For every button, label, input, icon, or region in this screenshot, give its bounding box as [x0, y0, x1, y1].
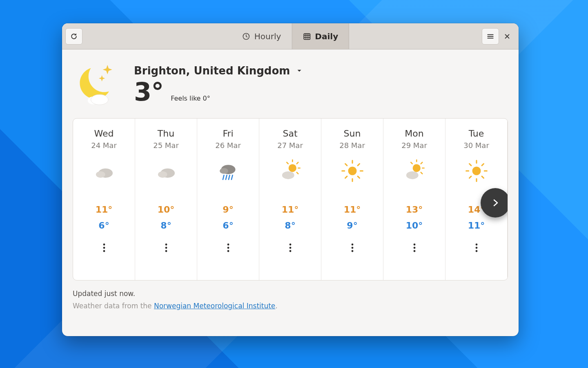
day-more-button[interactable] — [160, 242, 172, 254]
svg-point-45 — [351, 250, 353, 252]
data-attribution: Weather data from the Norwegian Meteorol… — [73, 302, 508, 310]
svg-line-61 — [469, 164, 471, 166]
svg-line-39 — [345, 164, 347, 166]
view-tabs: Hourly Daily — [232, 23, 349, 49]
location-selector[interactable]: Brighton, United Kingdom — [134, 65, 303, 77]
day-of-week: Tue — [469, 128, 484, 139]
current-condition-icon — [74, 61, 121, 108]
day-more-button[interactable] — [223, 242, 234, 254]
svg-point-52 — [406, 171, 418, 179]
svg-line-41 — [345, 176, 347, 178]
sunny-icon — [465, 159, 488, 182]
day-of-week: Fri — [223, 128, 233, 139]
day-date: 25 Mar — [153, 141, 179, 150]
tab-daily[interactable]: Daily — [292, 23, 349, 49]
day-more-button[interactable] — [285, 242, 296, 254]
svg-point-56 — [472, 167, 481, 175]
svg-point-31 — [289, 244, 291, 246]
close-icon — [503, 33, 511, 40]
low-temp: 6° — [98, 220, 109, 231]
current-conditions: Brighton, United Kingdom 3° Feels like 0… — [73, 49, 508, 118]
svg-point-23 — [227, 250, 229, 252]
menu-button[interactable] — [482, 28, 499, 45]
rain-icon — [217, 159, 240, 182]
svg-point-21 — [227, 244, 229, 246]
partly-sunny-icon — [403, 159, 426, 182]
svg-line-18 — [225, 175, 227, 180]
svg-point-67 — [475, 250, 477, 252]
weather-window: Hourly Daily — [62, 23, 519, 336]
svg-line-50 — [411, 162, 412, 164]
svg-line-49 — [421, 162, 422, 164]
day-more-button[interactable] — [471, 242, 482, 254]
forecast-day: Mon29 Mar13°10° — [383, 119, 445, 280]
svg-line-20 — [231, 175, 232, 180]
forecast-day: Wed24 Mar11°6° — [73, 119, 135, 280]
svg-line-19 — [228, 175, 229, 180]
low-temp: 8° — [160, 220, 171, 231]
cloudy-icon — [155, 159, 178, 182]
day-more-button[interactable] — [347, 242, 358, 254]
high-temp: 11° — [96, 204, 113, 215]
high-temp: 9° — [223, 204, 233, 215]
content-area: Brighton, United Kingdom 3° Feels like 0… — [62, 49, 519, 336]
low-temp: 8° — [285, 220, 295, 231]
attribution-prefix: Weather data from the — [73, 302, 154, 310]
svg-point-34 — [348, 167, 356, 175]
partly-sunny-icon — [279, 159, 302, 182]
svg-line-51 — [421, 173, 422, 174]
daily-forecast: Wed24 Mar11°6°Thu25 Mar10°8°Fri26 Mar9°6… — [73, 118, 508, 280]
day-of-week: Sun — [344, 128, 361, 139]
svg-line-28 — [287, 162, 288, 164]
forecast-day: Sat27 Mar11°8° — [259, 119, 321, 280]
low-temp: 11° — [468, 220, 485, 231]
close-button[interactable] — [499, 29, 515, 44]
svg-point-16 — [220, 168, 228, 174]
cloudy-icon — [93, 159, 116, 182]
day-date: 28 Mar — [339, 141, 365, 150]
scroll-right-button[interactable] — [481, 188, 508, 218]
svg-point-33 — [289, 250, 291, 252]
svg-line-63 — [469, 176, 471, 178]
day-of-week: Wed — [94, 128, 114, 139]
tab-hourly[interactable]: Hourly — [232, 23, 292, 49]
desktop-wallpaper: Hourly Daily — [0, 0, 588, 368]
chevron-right-icon — [490, 198, 500, 208]
day-of-week: Mon — [405, 128, 423, 139]
svg-point-11 — [158, 171, 167, 178]
svg-point-54 — [413, 247, 415, 249]
refresh-icon — [70, 32, 78, 40]
svg-line-64 — [482, 176, 483, 178]
day-date: 30 Mar — [463, 141, 489, 150]
svg-point-22 — [227, 247, 229, 249]
low-temp: 6° — [223, 220, 233, 231]
day-more-button[interactable] — [409, 242, 420, 254]
current-temperature: 3° — [134, 79, 163, 105]
location-name: Brighton, United Kingdom — [134, 65, 290, 77]
footer: Updated just now. Weather data from the … — [73, 280, 508, 310]
high-temp: 11° — [344, 204, 361, 215]
svg-point-43 — [351, 244, 353, 246]
svg-point-8 — [103, 247, 105, 249]
tab-hourly-label: Hourly — [254, 31, 281, 41]
svg-line-62 — [482, 164, 483, 166]
svg-point-14 — [165, 250, 167, 252]
svg-point-53 — [413, 244, 415, 246]
high-temp: 13° — [406, 204, 423, 215]
refresh-button[interactable] — [65, 28, 82, 45]
day-of-week: Sat — [283, 128, 297, 139]
svg-line-17 — [223, 175, 224, 180]
svg-point-55 — [413, 250, 415, 252]
calendar-grid-icon — [303, 32, 311, 40]
sunny-icon — [341, 159, 364, 182]
attribution-link[interactable]: Norwegian Meteorological Institute — [154, 302, 275, 310]
svg-line-29 — [296, 173, 298, 174]
attribution-suffix: . — [275, 302, 277, 310]
svg-line-42 — [358, 176, 359, 178]
day-more-button[interactable] — [98, 242, 110, 254]
svg-point-13 — [165, 247, 167, 249]
hamburger-icon — [486, 32, 494, 40]
svg-point-9 — [103, 250, 105, 252]
day-of-week: Thu — [158, 128, 174, 139]
svg-line-40 — [358, 164, 359, 166]
